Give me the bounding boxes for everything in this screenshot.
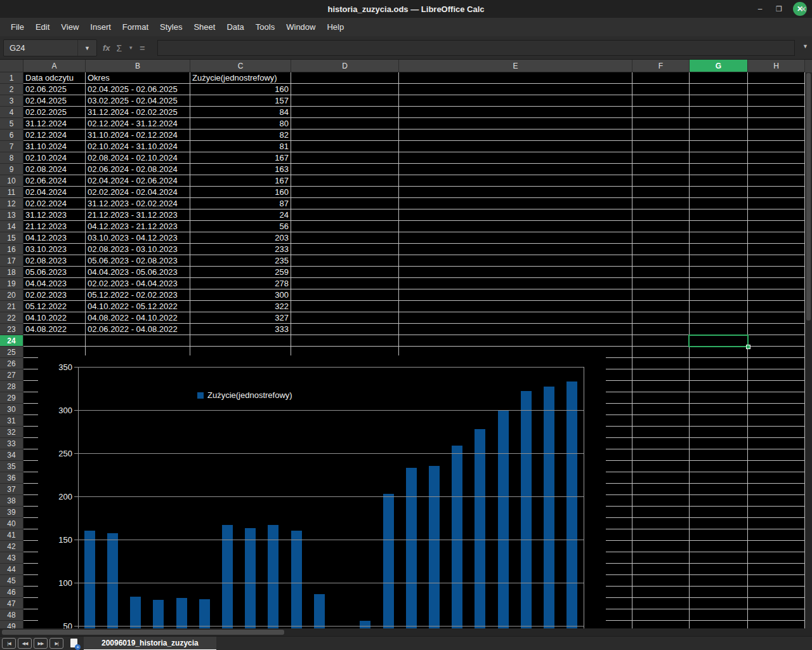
cell-B1-header[interactable]: Okres: [88, 72, 188, 84]
column-header-H[interactable]: H: [748, 60, 805, 72]
row-header-11[interactable]: 11: [0, 187, 23, 198]
row-header-40[interactable]: 40: [0, 518, 23, 529]
minimize-icon[interactable]: –: [755, 4, 765, 13]
cell-B10[interactable]: 02.04.2024 - 02.06.2024: [88, 175, 188, 187]
function-wizard-icon[interactable]: fx: [103, 43, 110, 53]
cell-C22[interactable]: 327: [192, 312, 289, 324]
menu-format[interactable]: Format: [117, 20, 154, 34]
row-header-37[interactable]: 37: [0, 484, 23, 495]
cell-C17[interactable]: 235: [192, 255, 289, 267]
cell-B13[interactable]: 21.12.2023 - 31.12.2023: [88, 209, 188, 221]
cell-B16[interactable]: 02.08.2023 - 03.10.2023: [88, 244, 188, 255]
cell-C7[interactable]: 81: [192, 141, 289, 152]
menu-window[interactable]: Window: [280, 20, 321, 34]
cell-C10[interactable]: 167: [192, 175, 289, 187]
vertical-scrollbar-thumb[interactable]: [806, 73, 811, 321]
row-header-18[interactable]: 18: [0, 267, 23, 278]
row-header-29[interactable]: 29: [0, 392, 23, 404]
selected-cell-outline[interactable]: [688, 335, 749, 347]
cell-A3[interactable]: 02.04.2025: [25, 95, 83, 107]
row-header-28[interactable]: 28: [0, 381, 23, 392]
row-header-6[interactable]: 6: [0, 129, 23, 141]
row-header-32[interactable]: 32: [0, 427, 23, 438]
row-header-19[interactable]: 19: [0, 278, 23, 289]
expand-formula-bar-icon[interactable]: ▼: [802, 43, 808, 50]
column-header-G[interactable]: G: [690, 60, 748, 72]
name-box-value[interactable]: G24: [4, 43, 77, 53]
sum-icon[interactable]: Σ: [117, 43, 122, 53]
cell-B6[interactable]: 31.10.2024 - 02.12.2024: [88, 129, 188, 141]
chevron-down-icon[interactable]: ▼: [77, 40, 96, 56]
row-header-27[interactable]: 27: [0, 369, 23, 381]
formula-icon[interactable]: =: [140, 43, 145, 53]
row-header-3[interactable]: 3: [0, 95, 23, 107]
cell-B18[interactable]: 04.04.2023 - 05.06.2023: [88, 267, 188, 278]
cell-B3[interactable]: 03.02.2025 - 02.04.2025: [88, 95, 188, 107]
cell-B5[interactable]: 02.12.2024 - 31.12.2024: [88, 118, 188, 129]
embedded-bar-chart[interactable]: 35030025020015010050 Zużycie(jednostrefo…: [38, 355, 606, 628]
row-header-2[interactable]: 2: [0, 84, 23, 95]
fill-handle[interactable]: [746, 345, 750, 349]
column-header-F[interactable]: F: [632, 60, 690, 72]
cell-C23[interactable]: 333: [192, 324, 289, 335]
cell-C19[interactable]: 278: [192, 278, 289, 289]
cell-B21[interactable]: 04.10.2022 - 05.12.2022: [88, 301, 188, 312]
cell-A17[interactable]: 02.08.2023: [25, 255, 83, 267]
row-header-26[interactable]: 26: [0, 358, 23, 369]
cell-C20[interactable]: 300: [192, 289, 289, 301]
cell-A5[interactable]: 31.12.2024: [25, 118, 83, 129]
cell-C3[interactable]: 157: [192, 95, 289, 107]
sum-dropdown-icon[interactable]: ▼: [128, 45, 133, 51]
cell-A21[interactable]: 05.12.2022: [25, 301, 83, 312]
cell-A7[interactable]: 31.10.2024: [25, 141, 83, 152]
cell-C18[interactable]: 259: [192, 267, 289, 278]
cell-C14[interactable]: 56: [192, 221, 289, 232]
column-header-E[interactable]: E: [399, 60, 632, 72]
row-header-13[interactable]: 13: [0, 209, 23, 221]
row-header-7[interactable]: 7: [0, 141, 23, 152]
cell-B2[interactable]: 02.04.2025 - 02.06.2025: [88, 84, 188, 95]
cell-A4[interactable]: 02.02.2025: [25, 107, 83, 118]
column-header-A[interactable]: A: [23, 60, 86, 72]
cell-B14[interactable]: 04.12.2023 - 21.12.2023: [88, 221, 188, 232]
cell-B7[interactable]: 02.10.2024 - 31.10.2024: [88, 141, 188, 152]
add-sheet-icon[interactable]: +: [70, 639, 79, 649]
cell-A16[interactable]: 03.10.2023: [25, 244, 83, 255]
cell-C6[interactable]: 82: [192, 129, 289, 141]
row-header-25[interactable]: 25: [0, 347, 23, 358]
row-header-49[interactable]: 49: [0, 621, 23, 628]
cell-C11[interactable]: 160: [192, 187, 289, 198]
sheet-tab-active[interactable]: 20096019_historia_zuzycia: [84, 637, 216, 650]
menu-data[interactable]: Data: [221, 20, 249, 34]
row-header-23[interactable]: 23: [0, 324, 23, 335]
cell-A19[interactable]: 04.04.2023: [25, 278, 83, 289]
cell-A18[interactable]: 05.06.2023: [25, 267, 83, 278]
last-sheet-icon[interactable]: ▶|: [49, 638, 63, 649]
first-sheet-icon[interactable]: |◀: [2, 638, 16, 649]
row-header-38[interactable]: 38: [0, 495, 23, 507]
row-header-8[interactable]: 8: [0, 152, 23, 164]
menu-help[interactable]: Help: [321, 20, 350, 34]
horizontal-scrollbar[interactable]: [0, 628, 812, 636]
name-box[interactable]: G24 ▼: [3, 39, 97, 56]
row-header-33[interactable]: 33: [0, 438, 23, 449]
cell-B9[interactable]: 02.06.2024 - 02.08.2024: [88, 164, 188, 175]
previous-sheet-icon[interactable]: ◀◀: [18, 638, 32, 649]
cell-B17[interactable]: 05.06.2023 - 02.08.2023: [88, 255, 188, 267]
row-header-20[interactable]: 20: [0, 289, 23, 301]
cell-A8[interactable]: 02.10.2024: [25, 152, 83, 164]
cell-B15[interactable]: 03.10.2023 - 04.12.2023: [88, 232, 188, 244]
cell-B8[interactable]: 02.08.2024 - 02.10.2024: [88, 152, 188, 164]
row-header-17[interactable]: 17: [0, 255, 23, 267]
cell-A9[interactable]: 02.08.2024: [25, 164, 83, 175]
cell-C15[interactable]: 203: [192, 232, 289, 244]
row-header-34[interactable]: 34: [0, 449, 23, 461]
row-header-41[interactable]: 41: [0, 529, 23, 541]
cell-grid[interactable]: Data odczytuOkresZużycie(jednostrefowy)0…: [23, 72, 805, 628]
cell-B22[interactable]: 04.08.2022 - 04.10.2022: [88, 312, 188, 324]
row-header-45[interactable]: 45: [0, 575, 23, 587]
row-header-22[interactable]: 22: [0, 312, 23, 324]
row-header-15[interactable]: 15: [0, 232, 23, 244]
close-document-icon[interactable]: ✕: [800, 4, 807, 14]
next-sheet-icon[interactable]: ▶▶: [34, 638, 48, 649]
